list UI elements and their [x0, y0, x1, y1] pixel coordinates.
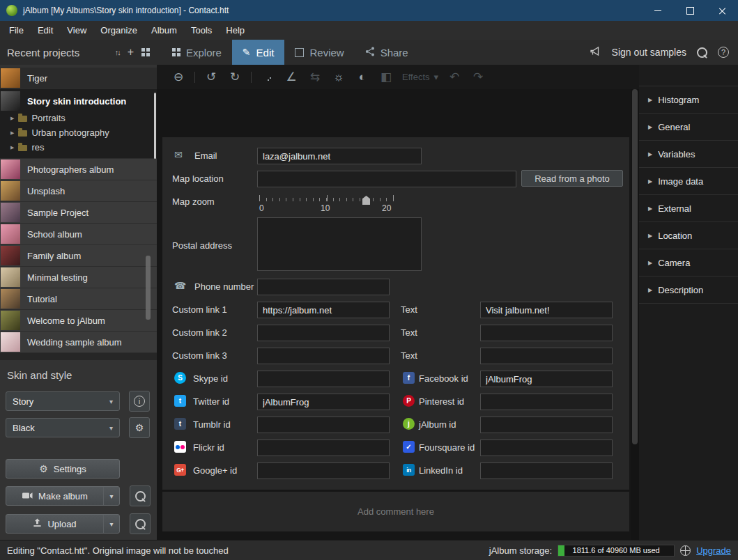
sort-icon[interactable]: ↑↓: [115, 48, 120, 56]
project-item[interactable]: Welcome to jAlbum: [0, 310, 157, 332]
tree-item-res[interactable]: ▶ res: [0, 140, 157, 155]
settings-button[interactable]: ⚙ Settings: [6, 459, 120, 479]
menu-file[interactable]: File: [2, 21, 31, 40]
maximize-button[interactable]: [674, 0, 706, 21]
tab-explore[interactable]: Explore: [162, 40, 232, 65]
search-icon[interactable]: [697, 47, 707, 58]
section-description[interactable]: ▶Description: [639, 277, 738, 304]
style-dropdown[interactable]: Black ▾: [6, 418, 120, 437]
menu-album[interactable]: Album: [144, 21, 184, 40]
main-scrollbar-thumb[interactable]: [632, 89, 638, 444]
custom-link-1-text-input[interactable]: [480, 302, 613, 318]
undo-icon: ↶: [447, 70, 462, 84]
grid-view-icon[interactable]: [141, 48, 150, 56]
add-project-icon[interactable]: +: [128, 49, 134, 56]
make-album-icon: [22, 491, 33, 501]
project-item[interactable]: Tutorial: [0, 288, 157, 310]
globe-icon[interactable]: [680, 545, 691, 556]
project-item[interactable]: School album: [0, 224, 157, 245]
map-location-input[interactable]: [257, 171, 516, 187]
project-item[interactable]: Wedding sample album: [0, 332, 157, 353]
custom-link-2-url-input[interactable]: [257, 325, 390, 341]
projects-scrollbar-thumb[interactable]: [146, 256, 151, 320]
twitter-id-input[interactable]: [257, 394, 390, 410]
preview-button[interactable]: [130, 485, 151, 506]
sidebar-scrollbar-thumb[interactable]: [154, 93, 156, 159]
tree-caret-icon[interactable]: ▶: [10, 116, 14, 121]
menu-help[interactable]: Help: [219, 21, 252, 40]
menu-organize[interactable]: Organize: [93, 21, 144, 40]
project-item[interactable]: Minimal testing: [0, 267, 157, 288]
rotate-right-icon[interactable]: ↻: [227, 70, 243, 84]
help-icon[interactable]: ?: [718, 47, 729, 58]
preview-online-button[interactable]: [130, 513, 151, 534]
upload-button[interactable]: Upload ▾: [6, 514, 120, 534]
email-input[interactable]: [257, 148, 422, 164]
tree-item-urban-photography[interactable]: ▶ Urban photography: [0, 125, 157, 140]
project-item[interactable]: Tiger: [0, 68, 157, 89]
make-album-button[interactable]: Make album ▾: [6, 486, 120, 506]
tumblr-id-input[interactable]: [257, 417, 390, 433]
right-panel: ▶Histogram ▶General ▶Variables ▶Image da…: [639, 65, 738, 540]
pinterest-id-input[interactable]: [480, 394, 613, 410]
foursquare-id-input[interactable]: [480, 440, 613, 456]
section-histogram[interactable]: ▶Histogram: [639, 86, 738, 114]
selected-project-row[interactable]: Story skin introduction: [0, 91, 157, 111]
megaphone-icon[interactable]: [590, 46, 601, 59]
zoom-out-icon[interactable]: ⊖: [171, 70, 186, 84]
project-item[interactable]: Photographers album: [0, 159, 157, 180]
skype-id-input[interactable]: [257, 371, 390, 387]
sign-out-link[interactable]: Sign out samples: [612, 47, 686, 58]
upload-main[interactable]: Upload: [6, 515, 103, 533]
project-item[interactable]: Sample Project: [0, 202, 157, 224]
section-camera[interactable]: ▶Camera: [639, 249, 738, 277]
contrast-icon[interactable]: ◐: [355, 70, 370, 84]
menu-edit[interactable]: Edit: [31, 21, 60, 40]
custom-link-3-url-input[interactable]: [257, 348, 390, 364]
upload-dropdown-arrow[interactable]: ▾: [103, 515, 119, 533]
jalbum-id-input[interactable]: [480, 417, 613, 433]
upload-label: Upload: [47, 519, 76, 529]
minimize-button[interactable]: [642, 0, 674, 21]
custom-link-3-text-input[interactable]: [480, 348, 613, 364]
tree-caret-icon[interactable]: ▶: [10, 145, 14, 150]
facebook-id-input[interactable]: [480, 371, 613, 387]
linkedin-id-input[interactable]: [480, 462, 613, 479]
project-item-selected[interactable]: Story skin introduction ▶ Portraits ▶ Ur…: [0, 89, 157, 159]
menu-tools[interactable]: Tools: [184, 21, 219, 40]
projects-horizontal-scrollbar[interactable]: [0, 353, 157, 360]
section-location[interactable]: ▶Location: [639, 222, 738, 249]
section-external[interactable]: ▶External: [639, 195, 738, 222]
tab-edit[interactable]: ✎ Edit: [232, 40, 285, 65]
tree-caret-icon[interactable]: ▶: [10, 130, 14, 136]
rotate-left-icon[interactable]: ↺: [203, 70, 219, 84]
skin-info-button[interactable]: i: [129, 391, 150, 412]
style-settings-button[interactable]: ⚙: [129, 417, 150, 438]
make-album-main[interactable]: Make album: [6, 487, 103, 505]
main-vertical-scrollbar[interactable]: [631, 89, 639, 540]
custom-link-2-text-input[interactable]: [480, 325, 613, 341]
project-item[interactable]: Family album: [0, 245, 157, 267]
postal-address-textarea[interactable]: [257, 217, 422, 271]
section-general[interactable]: ▶General: [639, 114, 738, 141]
skin-dropdown[interactable]: Story ▾: [6, 391, 120, 411]
read-from-photo-button[interactable]: Read from a photo: [521, 170, 623, 187]
tab-share[interactable]: Share: [355, 40, 419, 65]
close-button[interactable]: [706, 0, 738, 21]
phone-input[interactable]: [257, 279, 390, 295]
custom-link-1-url-input[interactable]: [257, 302, 390, 318]
project-item[interactable]: Unsplash: [0, 180, 157, 202]
section-image-data[interactable]: ▶Image data: [639, 168, 738, 195]
comment-area[interactable]: Add comment here: [162, 492, 629, 531]
flickr-id-input[interactable]: [257, 440, 390, 456]
googleplus-id-input[interactable]: [257, 462, 390, 479]
upgrade-link[interactable]: Upgrade: [696, 545, 731, 556]
section-variables[interactable]: ▶Variables: [639, 141, 738, 168]
straighten-icon[interactable]: ∠: [284, 70, 299, 84]
make-album-dropdown-arrow[interactable]: ▾: [103, 487, 119, 505]
storage-progress-bar: 1811.6 of 40960 MB used: [558, 545, 675, 557]
tree-item-portraits[interactable]: ▶ Portraits: [0, 111, 157, 125]
menu-view[interactable]: View: [60, 21, 93, 40]
brightness-icon[interactable]: ☼: [331, 70, 346, 84]
tab-review[interactable]: Review: [284, 40, 354, 65]
